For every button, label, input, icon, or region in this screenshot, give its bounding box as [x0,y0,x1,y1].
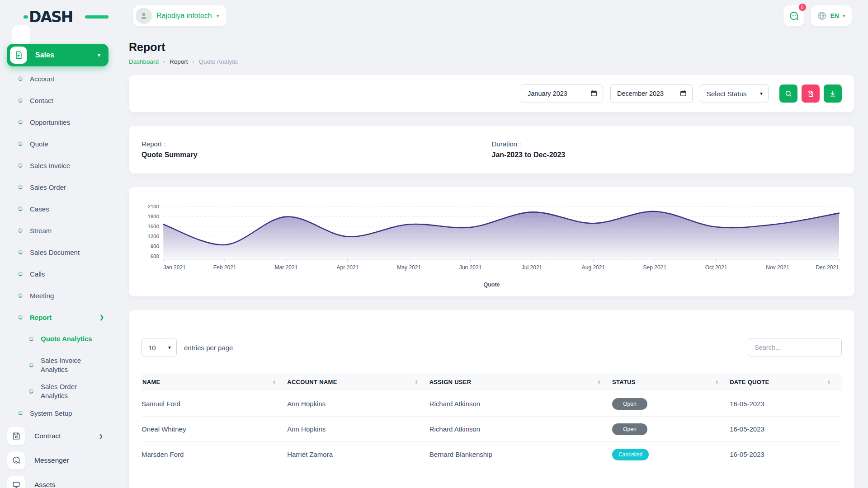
sidebar-item-contact[interactable]: Contact [0,89,123,111]
language-code: EN [830,12,839,19]
table-row[interactable]: Samuel Ford Ann Hopkins Richard Atkinson… [142,391,842,417]
sidebar-item-sales-document[interactable]: Sales Document [0,241,123,263]
cell-name: Oneal Whitney [142,417,287,442]
start-month-field [521,84,603,103]
sidebar-module-sales[interactable]: Sales ▾ [7,44,108,66]
bullet-icon [29,363,33,367]
bullet-icon [18,98,23,103]
sidebar-item-opportunities[interactable]: Opportunities [0,111,123,133]
chevron-down-icon: ▾ [98,52,100,58]
bullet-icon [18,293,23,298]
breadcrumb-quote-analytic: Quote Analytic [199,58,238,65]
calendar-icon[interactable] [590,89,598,99]
sidebar-item-stream[interactable]: Stream [0,220,123,241]
sidebar-item-label: Calls [30,270,45,278]
sidebar-item-label: Contact [30,97,53,104]
sidebar-subitem-sales-invoice-analytics[interactable]: Sales Invoice Analytics [0,350,123,380]
sidebar-module-messenger[interactable]: Messenger [0,448,123,473]
cell-date: 16-05-2023 [730,442,842,467]
sidebar-item-report[interactable]: Report ❯ [0,306,123,328]
sort-icon[interactable]: ▲▼ [597,380,601,385]
svg-text:Jul 2021: Jul 2021 [522,264,542,271]
reset-filter-button[interactable] [802,84,820,103]
logo-text: DASH [29,8,72,26]
svg-text:Sep 2021: Sep 2021 [643,264,667,271]
sidebar-item-meeting[interactable]: Meeting [0,285,123,306]
end-month-field [610,84,693,103]
sidebar-subitem-label: Sales Order Analytics [41,382,103,401]
filter-actions [779,84,842,103]
sort-icon[interactable]: ▲▼ [272,380,276,385]
cell-name: Samuel Ford [142,391,287,417]
table-search-input[interactable] [748,338,842,357]
breadcrumb-dashboard[interactable]: Dashboard [129,58,159,65]
sidebar-item-cases[interactable]: Cases [0,198,123,220]
bullet-icon [18,228,23,233]
svg-text:900: 900 [151,244,159,249]
sidebar-item-label: Opportunities [30,118,70,126]
quotes-table: NAME▲▼ ACCOUNT NAME▲▼ ASSIGN USER▲▼ STAT… [142,373,842,467]
cell-assign-user: Richard Atkinson [429,391,612,417]
svg-text:Dec 2021: Dec 2021 [816,264,839,271]
sort-icon[interactable]: ▲▼ [715,380,719,385]
svg-text:Mar 2021: Mar 2021 [275,264,298,271]
sidebar-subitem-label: Quote Analytics [41,334,92,343]
breadcrumb-report[interactable]: Report [170,58,188,65]
svg-text:1200: 1200 [148,234,160,239]
entries-per-page-label: entries per page [184,344,233,352]
chevron-down-icon: ▾ [168,344,171,351]
company-selector[interactable]: Rajodiya infotech ▾ [133,5,226,26]
quotes-table-card: 10 ▾ entries per page NAME▲▼ ACCOUNT NAM… [129,310,854,488]
document-icon [14,51,23,60]
svg-text:Feb 2021: Feb 2021 [213,264,236,271]
sidebar-item-account[interactable]: Account [0,68,123,89]
table-header-row: NAME▲▼ ACCOUNT NAME▲▼ ASSIGN USER▲▼ STAT… [142,373,842,391]
duration-label: Duration : [492,140,842,148]
table-row[interactable]: Oneal Whitney Ann Hopkins Richard Atkins… [142,417,842,442]
sidebar-subitem-sales-order-analytics[interactable]: Sales Order Analytics [0,380,123,402]
messages-button[interactable]: 0 [783,5,804,26]
sidebar-item-label: Stream [30,227,52,235]
sidebar-item-quote[interactable]: Quote [0,133,123,155]
floppy-disk-icon [12,432,21,441]
cell-status: Open [612,417,730,442]
top-bar: DASH Rajodiya infotech ▾ 0 [0,0,868,33]
column-header-account-name[interactable]: ACCOUNT NAME▲▼ [287,373,429,391]
column-header-assign-user[interactable]: ASSIGN USER▲▼ [429,373,612,391]
status-badge: Open [612,423,647,435]
sidebar-item-sales-order[interactable]: Sales Order [0,176,123,198]
sidebar-subitem-quote-analytics[interactable]: Quote Analytics [0,328,123,350]
bullet-icon [18,141,23,146]
sidebar-item-label: Cases [30,205,49,213]
sidebar-module-contract[interactable]: Contract ❯ [0,424,123,448]
column-header-name[interactable]: NAME▲▼ [142,373,287,391]
column-header-status[interactable]: STATUS▲▼ [612,373,730,391]
download-button[interactable] [824,84,842,103]
sidebar: Sales ▾ Account Contact Opportunities Qu… [0,33,123,488]
sidebar-item-system-setup[interactable]: System Setup [0,402,123,424]
status-select[interactable]: Select Status ▾ [700,84,769,103]
sidebar-item-sales-invoice[interactable]: Sales Invoice [0,155,123,176]
report-summary-card: Report : Quote Summary Duration : Jan-20… [129,126,854,174]
calendar-icon[interactable] [679,89,687,99]
contract-icon-tile [7,427,25,445]
sort-icon[interactable]: ▲▼ [414,380,418,385]
sidebar-item-calls[interactable]: Calls [0,263,123,285]
sidebar-item-label: Report [30,314,52,321]
entries-per-page-select[interactable]: 10 ▾ [142,338,177,357]
language-selector[interactable]: EN ▾ [811,5,852,26]
sidebar-module-assets[interactable]: Assets [0,473,123,488]
column-header-date-quote[interactable]: DATE QUOTE▲▼ [730,373,842,391]
sidebar-item-label: Meeting [30,292,54,300]
table-row[interactable]: Marsden Ford Harriet Zamora Bernard Blan… [142,442,842,467]
status-badge: Cancelled [612,449,649,460]
sort-icon[interactable]: ▲▼ [827,380,831,385]
bullet-icon [18,76,23,81]
sidebar-item-label: Sales Invoice [30,162,70,169]
chevron-down-icon: ▾ [217,13,219,19]
logo-accent-bar [85,15,108,19]
apply-filter-button[interactable] [779,84,797,103]
duration-value: Jan-2023 to Dec-2023 [492,151,842,159]
brand-logo[interactable]: DASH [29,8,92,25]
company-name: Rajodiya infotech [156,12,212,20]
